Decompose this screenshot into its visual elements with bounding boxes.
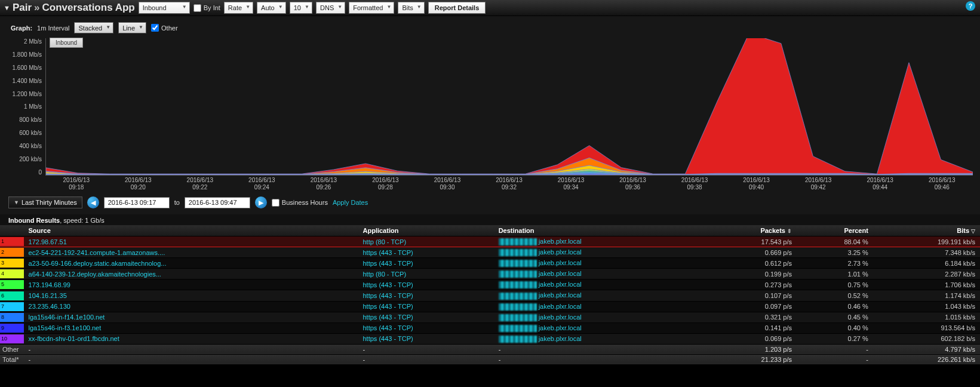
cell-percent: 1.01 % (797, 269, 873, 280)
apply-dates-link[interactable]: Apply Dates (333, 199, 368, 206)
cell-source[interactable]: lga15s46-in-f14.1e100.net (24, 312, 358, 322)
format-select[interactable]: Formatted (349, 2, 394, 14)
cell-application[interactable]: http (80 - TCP) (358, 269, 494, 280)
x-tick: 2016/6/1309:28 (355, 177, 417, 191)
table-row[interactable]: 723.235.46.130https (443 - TCP)jakeb.plx… (0, 301, 980, 312)
table-row[interactable]: 9lga15s46-in-f3.1e100.nethttps (443 - TC… (0, 322, 980, 333)
legend-tab[interactable]: Inbound (50, 38, 83, 48)
resolve-select[interactable]: DNS (316, 2, 345, 14)
redacted-icon (499, 325, 537, 332)
x-tick: 2016/6/1309:34 (540, 177, 602, 191)
y-tick: 400 kb/s (7, 143, 42, 149)
table-row[interactable]: 2ec2-54-221-192-241.compute-1.amazonaws.… (0, 247, 980, 258)
table-row[interactable]: 3a23-50-69-166.deploy.static.akamaitechn… (0, 258, 980, 269)
cell-bits: 199.191 kb/s (873, 236, 980, 247)
cell-source[interactable]: lga15s46-in-f3.1e100.net (24, 322, 358, 333)
cell-destination[interactable]: jakeb.plxr.local (494, 280, 704, 290)
stack-select[interactable]: Stacked (74, 22, 113, 33)
cell-source[interactable]: ec2-54-221-192-241.compute-1.amazonaws..… (24, 247, 358, 258)
col-source[interactable]: Source (24, 225, 358, 236)
cell-destination[interactable]: jakeb.plxr.local (494, 269, 704, 280)
cell-source[interactable]: 104.16.21.35 (24, 290, 358, 301)
cell-application[interactable]: https (443 - TCP) (358, 301, 494, 312)
top-toolbar: ▼ Pair » Conversations App Inbound By In… (0, 0, 980, 16)
table-row[interactable]: 1172.98.67.51http (80 - TCP)jakeb.plxr.l… (0, 236, 980, 247)
other-checkbox[interactable]: Other (151, 24, 178, 32)
cell-destination[interactable]: jakeb.plxr.local (494, 301, 704, 312)
col-bits[interactable]: Bits▽ (873, 225, 980, 236)
results-label-prefix: Inbound Results (8, 217, 60, 224)
cell-source[interactable]: a23-50-69-166.deploy.static.akamaitechno… (24, 258, 358, 269)
table-row[interactable]: 5173.194.68.99https (443 - TCP)jakeb.plx… (0, 280, 980, 290)
range-pill[interactable]: Last Thirty Minutes (8, 196, 82, 208)
cell-application[interactable]: https (443 - TCP) (358, 322, 494, 333)
col-application[interactable]: Application (358, 225, 494, 236)
cell-source[interactable]: 173.194.68.99 (24, 280, 358, 290)
chart-area: 2 Mb/s1.800 Mb/s1.600 Mb/s1.400 Mb/s1.20… (0, 36, 980, 194)
nav-prev-icon[interactable]: ◀ (87, 196, 99, 208)
other-checkbox-input[interactable] (151, 24, 159, 32)
cell-bits: 6.184 kb/s (873, 258, 980, 269)
x-tick: 2016/6/1309:22 (169, 177, 231, 191)
cell-destination[interactable]: jakeb.plxr.local (494, 333, 704, 344)
table-row[interactable]: 6104.16.21.35https (443 - TCP)jakeb.plxr… (0, 290, 980, 301)
col-color (0, 225, 24, 236)
cell-percent: 0.52 % (797, 290, 873, 301)
cell-application[interactable]: https (443 - TCP) (358, 333, 494, 344)
cell-application[interactable]: http (80 - TCP) (358, 236, 494, 247)
cell-source[interactable]: 172.98.67.51 (24, 236, 358, 247)
cell-packets: 0.612 p/s (703, 258, 797, 269)
cell-destination[interactable]: jakeb.plxr.local (494, 312, 704, 322)
cell-destination[interactable]: jakeb.plxr.local (494, 258, 704, 269)
business-hours-checkbox[interactable]: Business Hours (272, 199, 328, 207)
count-select[interactable]: 10 (290, 2, 312, 14)
table-row[interactable]: 4a64-140-239-12.deploy.akamaitechnologie… (0, 269, 980, 280)
col-destination[interactable]: Destination (494, 225, 704, 236)
table-row[interactable]: 8lga15s46-in-f14.1e100.nethttps (443 - T… (0, 312, 980, 322)
help-icon[interactable]: ? (966, 1, 975, 11)
cell-source[interactable]: xx-fbcdn-shv-01-ord1.fbcdn.net (24, 333, 358, 344)
y-tick: 200 kb/s (7, 156, 42, 162)
cell-application[interactable]: https (443 - TCP) (358, 290, 494, 301)
cell-destination[interactable]: jakeb.plxr.local (494, 322, 704, 333)
report-details-button[interactable]: Report Details (428, 2, 486, 14)
cell-percent: 0.45 % (797, 312, 873, 322)
auto-select[interactable]: Auto (257, 2, 286, 14)
table-row[interactable]: 10xx-fbcdn-shv-01-ord1.fbcdn.nethttps (4… (0, 333, 980, 344)
col-percent[interactable]: Percent (797, 225, 873, 236)
col-packets[interactable]: Packets⇕ (703, 225, 797, 236)
chart-plot[interactable]: Inbound (45, 38, 973, 176)
direction-select[interactable]: Inbound (139, 2, 190, 14)
cell-application[interactable]: https (443 - TCP) (358, 247, 494, 258)
nav-next-icon[interactable]: ▶ (255, 196, 267, 208)
x-tick: 2016/6/1309:40 (726, 177, 788, 191)
rate-select[interactable]: Rate (224, 2, 253, 14)
byint-label: By Int (204, 4, 220, 11)
cell-application[interactable]: https (443 - TCP) (358, 312, 494, 322)
date-from-input[interactable] (104, 197, 170, 208)
x-tick: 2016/6/1309:32 (478, 177, 540, 191)
x-tick: 2016/6/1309:38 (663, 177, 726, 191)
row-color: 9 (0, 322, 24, 333)
cell-packets: 21.233 p/s (703, 354, 797, 364)
cell-application: - (358, 344, 494, 354)
cell-source[interactable]: 23.235.46.130 (24, 301, 358, 312)
cell-application[interactable]: https (443 - TCP) (358, 280, 494, 290)
cell-destination[interactable]: jakeb.plxr.local (494, 236, 704, 247)
cell-application[interactable]: https (443 - TCP) (358, 258, 494, 269)
page-title[interactable]: ▼ Pair » Conversations App (4, 2, 135, 14)
cell-destination[interactable]: jakeb.plxr.local (494, 290, 704, 301)
cell-percent: 88.04 % (797, 236, 873, 247)
unit-select[interactable]: Bits (398, 2, 424, 14)
business-hours-input[interactable] (272, 199, 279, 207)
byint-checkbox[interactable]: By Int (193, 4, 220, 12)
y-tick: 1.200 Mb/s (7, 91, 42, 97)
date-to-input[interactable] (185, 197, 250, 208)
row-color: 7 (0, 301, 24, 312)
line-select[interactable]: Line (118, 22, 146, 33)
cell-source[interactable]: a64-140-239-12.deploy.akamaitechnologies… (24, 269, 358, 280)
interval-label: 1m Interval (37, 24, 69, 32)
cell-bits: 226.261 kb/s (873, 354, 980, 364)
cell-destination[interactable]: jakeb.plxr.local (494, 247, 704, 258)
byint-checkbox-input[interactable] (193, 4, 201, 12)
